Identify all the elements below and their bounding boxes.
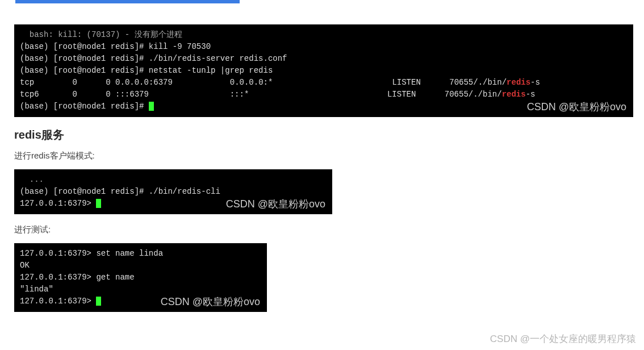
t1-cmd-3: netstat -tunlp |grep redis bbox=[149, 66, 273, 75]
t3-line4: "linda" bbox=[20, 285, 53, 294]
terminal-block-1: bash: kill: (70137) - 没有那个进程 (base) [roo… bbox=[14, 24, 633, 117]
t1-row2-pidpost: -s bbox=[526, 90, 536, 99]
t1-row2-proto: tcp6 bbox=[20, 90, 39, 99]
t3-line2: OK bbox=[20, 261, 30, 270]
terminal-block-2: ... (base) [root@node1 redis]# ./bin/red… bbox=[14, 169, 332, 214]
page-watermark: CSDN @一个处女座的暖男程序猿 bbox=[490, 332, 636, 336]
terminal-cursor bbox=[96, 297, 101, 306]
t1-row1-pidhl: redis bbox=[507, 78, 530, 87]
terminal1-truncated: bash: kill: (70137) - 没有那个进程 bbox=[20, 30, 182, 39]
t1-row2-local: :::6379 bbox=[115, 90, 149, 99]
t3-cmd-1: set name linda bbox=[96, 249, 163, 258]
t1-row2-pidhl: redis bbox=[502, 90, 526, 99]
t1-row1-pidpre: 70655/./bin/ bbox=[449, 78, 507, 87]
heading-redis-service: redis服务 bbox=[14, 127, 630, 143]
t3-prompt-3: 127.0.0.1:6379> bbox=[20, 273, 96, 282]
terminal2-watermark: CSDN @欧皇粉粉ovo bbox=[226, 197, 325, 212]
terminal-cursor bbox=[149, 102, 154, 111]
t3-prompt-1: 127.0.0.1:6379> bbox=[20, 249, 96, 258]
t2-prompt-final: 127.0.0.1:6379> bbox=[20, 199, 96, 208]
t1-row2-recv: 0 bbox=[72, 90, 77, 99]
terminal1-watermark: CSDN @欧皇粉粉ovo bbox=[527, 99, 626, 115]
t1-prompt-2: (base) [root@node1 redis]# bbox=[20, 54, 149, 63]
t2-cmd-1: ./bin/redis-cli bbox=[149, 187, 220, 196]
para-test: 进行测试: bbox=[14, 224, 630, 235]
t1-row1-recv: 0 bbox=[72, 78, 77, 87]
t1-row1-foreign: 0.0.0.0:* bbox=[230, 78, 273, 87]
t1-row1-pidpost: -s bbox=[530, 78, 540, 87]
t1-prompt-final: (base) [root@node1 redis]# bbox=[20, 102, 149, 111]
t1-row2-foreign: :::* bbox=[230, 90, 249, 99]
terminal-block-3: 127.0.0.1:6379> set name linda OK 127.0.… bbox=[14, 243, 267, 312]
t3-cmd-3: get name bbox=[96, 273, 134, 282]
t1-row2-send: 0 bbox=[106, 90, 110, 99]
t1-row1-proto: tcp bbox=[20, 78, 34, 87]
t1-prompt-3: (base) [root@node1 redis]# bbox=[20, 66, 149, 75]
t1-row1-send: 0 bbox=[106, 78, 110, 87]
t1-cmd-1: kill -9 70530 bbox=[149, 42, 211, 51]
article-content: bash: kill: (70137) - 没有那个进程 (base) [roo… bbox=[0, 10, 644, 336]
top-accent-bar bbox=[15, 0, 240, 3]
t1-row2-pidpre: 70655/./bin/ bbox=[445, 90, 502, 99]
terminal-cursor bbox=[96, 199, 101, 208]
t1-row1-local: 0.0.0.0:6379 bbox=[115, 78, 173, 87]
terminal3-watermark: CSDN @欧皇粉粉ovo bbox=[161, 294, 260, 310]
t2-truncated: ... bbox=[20, 175, 44, 184]
t1-row2-state: LISTEN bbox=[387, 90, 416, 99]
t2-prompt-1: (base) [root@node1 redis]# bbox=[20, 187, 149, 196]
t1-row1-state: LISTEN bbox=[392, 78, 420, 87]
para-client-mode: 进行redis客户端模式: bbox=[14, 151, 630, 161]
t3-prompt-final: 127.0.0.1:6379> bbox=[20, 297, 96, 306]
t1-prompt-1: (base) [root@node1 redis]# bbox=[20, 42, 149, 51]
t1-cmd-2: ./bin/redis-server redis.conf bbox=[149, 54, 287, 63]
